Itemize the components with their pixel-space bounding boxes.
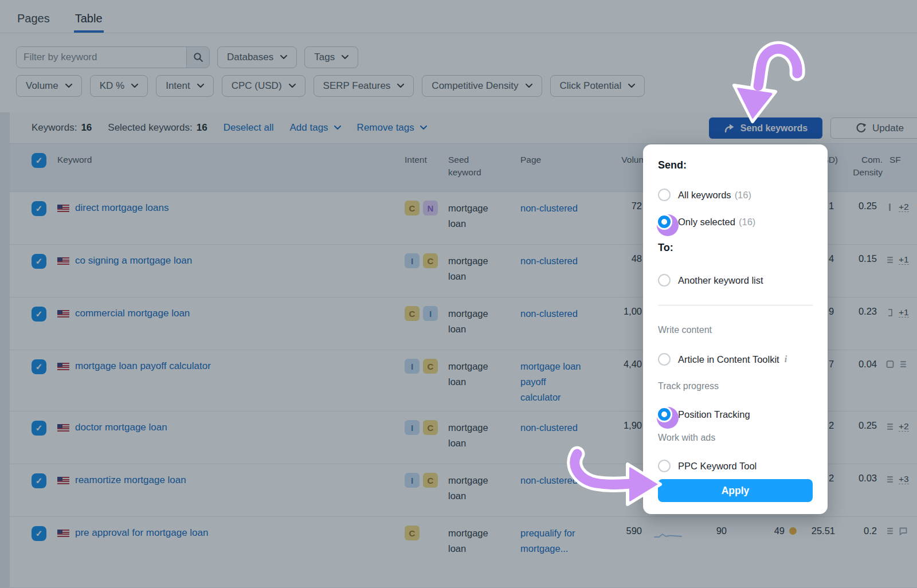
- send-keywords-panel: Send: All keywords (16) Only selected (1…: [643, 144, 828, 514]
- option-label: Only selected: [678, 217, 735, 228]
- purple-highlight: [657, 407, 679, 429]
- option-label: Article in Content Toolkit: [678, 354, 779, 365]
- radio-option-position-tracking[interactable]: Position Tracking: [658, 406, 750, 422]
- write-content-header: Write content: [658, 325, 712, 335]
- to-section-title: To:: [658, 242, 673, 254]
- track-progress-header: Track progress: [658, 381, 719, 391]
- radio-selected-icon[interactable]: [658, 408, 671, 421]
- option-label: All keywords: [678, 190, 731, 201]
- radio-option-ppc-keyword-tool[interactable]: PPC Keyword Tool: [658, 458, 757, 474]
- work-with-ads-header: Work with ads: [658, 433, 715, 443]
- radio-icon[interactable]: [658, 189, 671, 201]
- radio-option-all-keywords[interactable]: All keywords (16): [658, 187, 751, 203]
- send-section-title: Send:: [658, 159, 687, 171]
- option-count: (16): [739, 217, 755, 228]
- keyword-strategy-builder-screen: Pages Table DatabasesTags VolumeKD %Inte…: [0, 0, 917, 588]
- option-count: (16): [735, 190, 751, 201]
- radio-icon[interactable]: [658, 274, 671, 287]
- purple-highlight: [657, 214, 679, 236]
- panel-divider: [658, 305, 813, 305]
- option-label: PPC Keyword Tool: [678, 461, 757, 472]
- info-icon[interactable]: i: [785, 354, 787, 364]
- radio-selected-icon[interactable]: [658, 215, 671, 228]
- option-label: Position Tracking: [678, 409, 750, 420]
- radio-icon[interactable]: [658, 353, 671, 366]
- radio-icon[interactable]: [658, 460, 671, 472]
- option-label: Another keyword list: [678, 275, 763, 286]
- radio-option-article-content-toolkit[interactable]: Article in Content Toolkit i: [658, 351, 787, 367]
- radio-option-only-selected[interactable]: Only selected (16): [658, 214, 755, 230]
- radio-option-another-list[interactable]: Another keyword list: [658, 272, 763, 288]
- apply-button[interactable]: Apply: [658, 479, 813, 502]
